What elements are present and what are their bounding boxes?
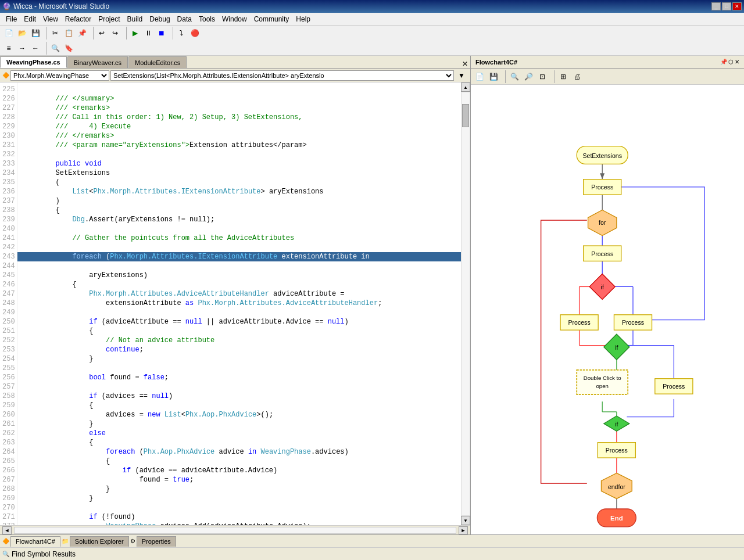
prop-icon: ⚙: [130, 538, 135, 544]
scroll-up-btn[interactable]: ▲: [461, 82, 470, 92]
flowchart-panel: Flowchart4C# 📌 ⬡ ✕ 📄 💾 🔍 🔎 ⊡ ⊞ 🖨: [471, 56, 744, 534]
minimize-button[interactable]: _: [711, 2, 721, 10]
for-node[interactable]: for: [599, 219, 606, 226]
setextensions-node[interactable]: SetExtensions: [582, 152, 621, 159]
menu-tools[interactable]: Tools: [195, 14, 219, 24]
app-icon: 🔮: [2, 2, 11, 10]
if3-node[interactable]: if: [615, 421, 618, 428]
paste-btn[interactable]: 📌: [76, 27, 88, 40]
tab-flowchart[interactable]: Flowchart4C#: [10, 536, 60, 547]
process6-node[interactable]: Process: [606, 447, 628, 454]
code-area: 225226227228229 230231232233234 23523623…: [0, 82, 461, 525]
scroll-thumb[interactable]: [462, 104, 469, 127]
menu-view[interactable]: View: [40, 14, 62, 24]
hscroll-track[interactable]: [14, 527, 456, 534]
bookmark-btn[interactable]: 🔖: [62, 42, 75, 55]
maximize-button[interactable]: □: [722, 2, 731, 10]
nav-expand-btn[interactable]: ▼: [455, 69, 468, 82]
editor-close-btn[interactable]: ✕: [462, 60, 468, 68]
process2-node[interactable]: Process: [591, 250, 613, 257]
process1-node[interactable]: Process: [591, 184, 613, 191]
member-dropdown[interactable]: SetExtensions(List<Phx.Morph.Attributes.…: [110, 70, 454, 81]
fc-print-btn[interactable]: 🖨: [571, 70, 584, 83]
process3-node[interactable]: Process: [568, 319, 591, 326]
editor-tabs: WeavingPhase.cs BinaryWeaver.cs ModuleEd…: [0, 56, 470, 69]
menu-build[interactable]: Build: [124, 14, 146, 24]
menu-window[interactable]: Window: [219, 14, 251, 24]
nav-bar: 🔶 Phx.Morph.WeavingPhase SetExtensions(L…: [0, 69, 470, 82]
editor-panel: WeavingPhase.cs BinaryWeaver.cs ModuleEd…: [0, 56, 471, 534]
code-wrapper: 225226227228229 230231232233234 23523623…: [0, 82, 470, 525]
tab-solution-explorer[interactable]: Solution Explorer: [70, 536, 129, 547]
title-controls[interactable]: _ □ ✕: [711, 2, 742, 10]
fc-sep2: [551, 70, 555, 83]
title-bar: 🔮 Wicca - Microsoft Visual Studio _ □ ✕: [0, 0, 744, 13]
doubleclick-node2[interactable]: open: [596, 383, 608, 389]
menu-help[interactable]: Help: [292, 14, 314, 24]
pause-btn[interactable]: ⏸: [142, 27, 155, 40]
main-container: WeavingPhase.cs BinaryWeaver.cs ModuleEd…: [0, 56, 744, 534]
find-bar: 🔍 Find Symbol Results: [0, 547, 744, 560]
flowchart-svg: SetExtensions Process for Process if Pro…: [471, 85, 744, 534]
fc-zoom-in-btn[interactable]: 🔍: [508, 70, 521, 83]
tab-properties[interactable]: Properties: [137, 536, 176, 547]
run-btn[interactable]: ▶: [128, 27, 141, 40]
fc-save-btn[interactable]: 💾: [487, 70, 500, 83]
fc-zoom-out-btn[interactable]: 🔎: [522, 70, 535, 83]
hscroll-right-btn[interactable]: ►: [459, 526, 468, 534]
fc-pin-btn[interactable]: 📌: [720, 59, 727, 65]
menu-project[interactable]: Project: [95, 14, 123, 24]
copy-btn[interactable]: 📋: [62, 27, 75, 40]
step-btn[interactable]: ⤵: [175, 27, 188, 40]
close-button[interactable]: ✕: [732, 2, 742, 10]
fc-new-btn[interactable]: 📄: [473, 70, 486, 83]
endfor-node[interactable]: endfor: [608, 483, 625, 490]
toolbar-row1: 📄 📂 💾 ✂ 📋 📌 ↩ ↪ ▶ ⏸ ⏹ ⤵ 🔴: [0, 26, 744, 41]
process5-node[interactable]: Process: [663, 383, 685, 390]
editor-hscroll[interactable]: ◄ ►: [0, 525, 470, 534]
undo-btn[interactable]: ↩: [95, 27, 108, 40]
code-content[interactable]: /// </summary> /// <remarks> /// Call in…: [17, 82, 461, 525]
indent-btn[interactable]: →: [16, 42, 28, 55]
fc-close-btn[interactable]: ✕: [735, 59, 739, 65]
tab-moduleeditor[interactable]: ModuleEditor.cs: [128, 56, 187, 68]
fc-float-btn[interactable]: ⬡: [728, 59, 734, 65]
sol-icon: 📁: [62, 538, 69, 544]
menu-refactor[interactable]: Refactor: [62, 14, 95, 24]
sep3: [123, 27, 127, 40]
toolbar: 📄 📂 💾 ✂ 📋 📌 ↩ ↪ ▶ ⏸ ⏹ ⤵ 🔴 ≡ → ← 🔍 🔖: [0, 26, 744, 56]
menu-data[interactable]: Data: [174, 14, 195, 24]
menu-community[interactable]: Community: [251, 14, 293, 24]
menu-edit[interactable]: Edit: [20, 14, 40, 24]
line-numbers: 225226227228229 230231232233234 23523623…: [0, 82, 17, 525]
tab-weavingphase[interactable]: WeavingPhase.cs: [0, 56, 67, 68]
menu-debug[interactable]: Debug: [146, 14, 173, 24]
flowchart-title: Flowchart4C#: [475, 59, 517, 66]
save-btn[interactable]: 💾: [29, 27, 42, 40]
if1-node[interactable]: if: [601, 283, 604, 290]
doubleclick-node[interactable]: Double Click to: [584, 375, 621, 381]
process4-node[interactable]: Process: [622, 319, 644, 326]
breakpoint-btn[interactable]: 🔴: [188, 27, 201, 40]
sep2: [90, 27, 94, 40]
class-dropdown[interactable]: Phx.Morph.WeavingPhase: [10, 70, 109, 81]
end-node[interactable]: End: [610, 515, 623, 522]
redo-btn[interactable]: ↪: [109, 27, 121, 40]
open-btn[interactable]: 📂: [16, 27, 28, 40]
fc-layout-btn[interactable]: ⊞: [557, 70, 570, 83]
stop-btn[interactable]: ⏹: [155, 27, 168, 40]
menu-file[interactable]: File: [2, 14, 20, 24]
scroll-track[interactable]: [461, 92, 470, 516]
fc-fit-btn[interactable]: ⊡: [536, 70, 549, 83]
vertical-scrollbar[interactable]: ▲ ▼: [461, 82, 470, 525]
outdent-btn[interactable]: ←: [29, 42, 42, 55]
cut-btn[interactable]: ✂: [49, 27, 62, 40]
hscroll-left-btn[interactable]: ◄: [2, 526, 12, 534]
if2-node[interactable]: if: [615, 344, 618, 351]
new-project-btn[interactable]: 📄: [2, 27, 15, 40]
search-btn[interactable]: 🔍: [49, 42, 62, 55]
tab-binaryweaver[interactable]: BinaryWeaver.cs: [67, 56, 128, 68]
flowchart-controls[interactable]: 📌 ⬡ ✕: [720, 59, 739, 65]
scroll-down-btn[interactable]: ▼: [461, 516, 470, 525]
format-btn[interactable]: ≡: [2, 42, 15, 55]
